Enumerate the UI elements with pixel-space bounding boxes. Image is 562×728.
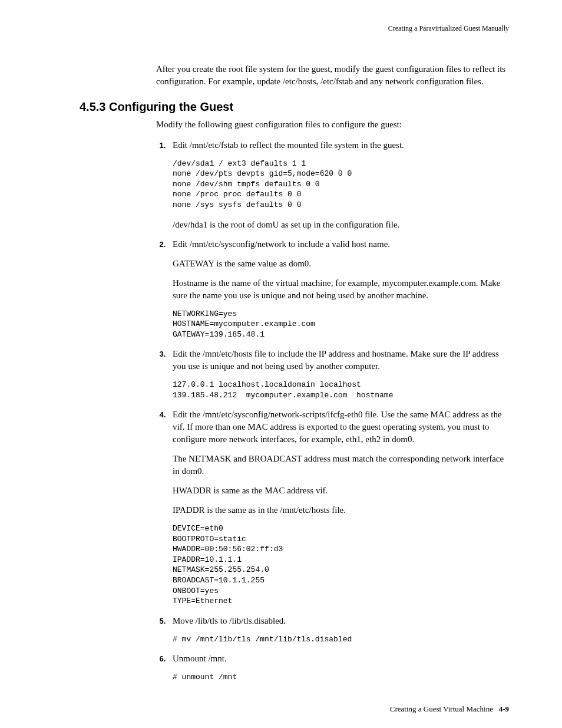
section-title: Configuring the Guest [109, 100, 233, 113]
code-block: # mv /mnt/lib/tls /mnt/lib/tls.disabled [173, 634, 509, 645]
step-6: Unmount /mnt. # unmount /mnt [168, 653, 509, 683]
step-para: HWADDR is same as the MAC address vif. [173, 485, 509, 497]
step-text: Move /lib/tls to /lib/tls.disabled. [173, 615, 509, 627]
step-2: Edit /mnt/etc/sysconfig/network to inclu… [168, 238, 509, 340]
step-para: GATEWAY is the same value as dom0. [173, 258, 509, 270]
page-footer: Creating a Guest Virtual Machine 4-9 [80, 704, 509, 714]
code-block: NETWORKING=yes HOSTNAME=mycomputer.examp… [173, 309, 509, 340]
step-text: Edit the /mnt/etc/hosts file to include … [173, 348, 509, 373]
code-block: DEVICE=eth0 BOOTPROTO=static HWADDR=00:5… [173, 523, 509, 606]
code-block: /dev/sda1 / ext3 defaults 1 1 none /dev/… [173, 159, 509, 210]
code-block: 127.0.0.1 localhost.localdomain localhos… [173, 380, 509, 400]
step-4: Edit the /mnt/etc/sysconfig/network-scri… [168, 409, 509, 606]
step-5: Move /lib/tls to /lib/tls.disabled. # mv… [168, 615, 509, 645]
code-block: # unmount /mnt [173, 672, 509, 683]
section-heading: 4.5.3 Configuring the Guest [80, 98, 509, 115]
section-number: 4.5.3 [80, 100, 105, 113]
page-header-right: Creating a Paravirtualized Guest Manuall… [80, 24, 509, 34]
step-list: Edit /mnt/etc/fstab to reflect the mount… [156, 139, 509, 683]
step-text: Edit /mnt/etc/sysconfig/network to inclu… [173, 238, 509, 251]
step-para: Hostname is the name of the virtual mach… [173, 277, 509, 302]
step-text: Edit /mnt/etc/fstab to reflect the mount… [173, 139, 509, 151]
step-3: Edit the /mnt/etc/hosts file to include … [168, 348, 509, 400]
intro-paragraph: After you create the root file system fo… [156, 63, 509, 88]
step-text: Edit the /mnt/etc/sysconfig/network-scri… [173, 409, 509, 446]
footer-title: Creating a Guest Virtual Machine [390, 704, 493, 713]
step-para: IPADDR is the same as in the /mnt/etc/ho… [173, 504, 509, 516]
footer-pagenum: 4-9 [499, 704, 509, 713]
step-after: /dev/hda1 is the root of domU as set up … [173, 219, 509, 231]
step-1: Edit /mnt/etc/fstab to reflect the mount… [168, 139, 509, 231]
section-intro: Modify the following guest configuration… [156, 118, 509, 131]
step-text: Unmount /mnt. [173, 653, 509, 665]
step-para: The NETMASK and BROADCAST address must m… [173, 453, 509, 477]
